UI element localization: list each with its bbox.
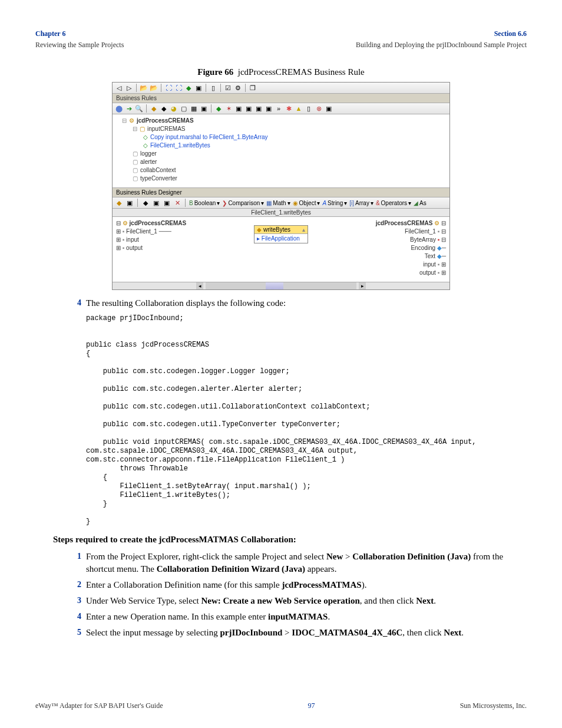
right-item-input[interactable]: input ▪ ⊞: [363, 261, 446, 269]
step-4: 4 Enter a new Operation name. In this ex…: [68, 611, 527, 623]
tool-b-icon[interactable]: ◆: [160, 104, 168, 113]
scroll-left-icon[interactable]: ◂: [196, 282, 203, 289]
rules-tree: ⊟⚙jcdProcessCREMAS ⊟▢inputCREMAS ◇Copy i…: [113, 114, 449, 188]
tool-k-icon[interactable]: ▣: [254, 104, 263, 113]
step-number: 4: [68, 611, 86, 623]
tool-a-icon[interactable]: ◆: [150, 104, 158, 113]
designer-canvas: ⊟ ⚙ jcdProcessCREMAS ⊞ ▪ FileClient_1 ──…: [113, 217, 449, 282]
tool-f-icon[interactable]: ▣: [200, 104, 208, 113]
boolean-menu[interactable]: BBoolean ▾: [189, 200, 220, 206]
string-menu[interactable]: AString ▾: [322, 200, 347, 206]
right-item-root[interactable]: jcdProcessCREMAS ⚙ ⊟: [363, 219, 446, 228]
open2-icon[interactable]: 📂: [150, 84, 158, 92]
comparison-menu[interactable]: ❯Comparison ▾: [222, 200, 264, 206]
delete-icon[interactable]: ✕: [173, 199, 181, 207]
method-node[interactable]: ◆writeBytes▴ ▸ FileApplication: [254, 225, 308, 243]
right-item-enc[interactable]: Encoding ◆─: [363, 244, 446, 252]
left-item-input[interactable]: ⊞ ▪ input: [116, 236, 199, 244]
expand-icon[interactable]: ⛶: [164, 84, 173, 92]
tool-d-icon[interactable]: ▢: [180, 104, 188, 113]
dt-c-icon[interactable]: ◆: [141, 199, 150, 207]
tool-p-icon[interactable]: ▯: [305, 104, 313, 113]
right-item-output[interactable]: output ▪ ⊞: [363, 269, 446, 277]
step-2: 2 Enter a Collaboration Definition name …: [68, 579, 527, 591]
tool-e-icon[interactable]: ▦: [190, 104, 198, 113]
tree-rule-copy[interactable]: ◇Copy input.marshal to FileClient_1.Byte…: [117, 133, 445, 141]
tool-m-icon[interactable]: »: [275, 104, 283, 113]
tool-n-icon[interactable]: ✱: [285, 104, 293, 113]
tree-typeconv[interactable]: ▢typeConverter: [117, 174, 445, 183]
object-menu[interactable]: ◉Object ▾: [293, 200, 320, 206]
left-item-output[interactable]: ⊞ ▪ output: [116, 244, 199, 252]
scroll-track[interactable]: [206, 282, 356, 289]
tool-l-icon[interactable]: ▣: [265, 104, 273, 113]
tool-g-icon[interactable]: ◆: [214, 104, 223, 113]
step-number: 1: [68, 551, 86, 575]
tool-c-icon[interactable]: ◕: [170, 104, 178, 113]
tree-logger[interactable]: ▢logger: [117, 150, 445, 158]
gear-icon[interactable]: ⚙: [234, 84, 242, 92]
tool-o-icon[interactable]: ▲: [295, 104, 303, 113]
scroll-thumb[interactable]: [266, 282, 283, 289]
figure-caption: Figure 66 jcdProcessCREMAS Business Rule: [35, 67, 527, 77]
block-icon[interactable]: ▣: [194, 84, 203, 92]
array-menu[interactable]: [i]Array ▾: [349, 200, 373, 206]
tree-alerter[interactable]: ▢alerter: [117, 158, 445, 166]
dt-a-icon[interactable]: ◆: [115, 199, 123, 207]
nav-back-icon[interactable]: ◁: [115, 84, 123, 92]
dt-d-icon[interactable]: ▣: [152, 199, 160, 207]
step-1: 1 From the Project Explorer, right-click…: [68, 551, 527, 575]
method-node-header: ◆writeBytes▴: [254, 226, 308, 234]
tool-i-icon[interactable]: ▣: [234, 104, 243, 113]
param-icon[interactable]: ⬤: [115, 104, 123, 113]
canvas-left-tree: ⊟ ⚙ jcdProcessCREMAS ⊞ ▪ FileClient_1 ──…: [113, 217, 202, 282]
diamond-icon[interactable]: ◆: [184, 84, 193, 92]
dt-b-icon[interactable]: ▣: [125, 199, 134, 207]
page-footer: eWay™ Adapter for SAP BAPI User's Guide …: [35, 701, 527, 710]
step-text: Enter a new Operation name. In this exam…: [86, 611, 527, 623]
figure-title: jcdProcessCREMAS Business Rule: [238, 67, 365, 77]
tool-h-icon[interactable]: ✶: [224, 104, 233, 113]
tree-method[interactable]: ⊟▢inputCREMAS: [117, 125, 445, 133]
tool-r-icon[interactable]: ▣: [325, 104, 333, 113]
doc-icon[interactable]: ▯: [209, 84, 217, 92]
collapse-icon[interactable]: ⛶: [174, 84, 183, 92]
horizontal-scrollbar[interactable]: ◂ ▸: [113, 282, 449, 289]
page-header-sub: Reviewing the Sample Projects Building a…: [35, 41, 527, 50]
check-icon[interactable]: ☑: [224, 84, 232, 92]
tree-collab[interactable]: ▢collabContext: [117, 166, 445, 174]
page-header: Chapter 6 Section 6.6: [35, 29, 527, 38]
step-number: 2: [68, 579, 86, 591]
right-item-fc[interactable]: FileClient_1 ▪ ⊟: [363, 228, 446, 236]
step-text: Under Web Service Type, select New: Crea…: [86, 595, 527, 607]
step-text: Select the input message by selecting pr…: [86, 627, 527, 639]
tool-j-icon[interactable]: ▣: [244, 104, 253, 113]
step-number: 3: [68, 595, 86, 607]
arrow-icon[interactable]: ➔: [125, 104, 133, 113]
canvas-title: FileClient_1.writeBytes: [113, 209, 449, 217]
footer-page-number: 97: [308, 701, 315, 710]
left-item-root[interactable]: ⊟ ⚙ jcdProcessCREMAS: [116, 219, 199, 228]
dt-e-icon[interactable]: ▣: [163, 199, 171, 207]
step-4-intro: 4 The resulting Collaboration displays t…: [68, 297, 527, 309]
open-icon[interactable]: 📂: [140, 84, 148, 92]
subheading: Steps required to create the jcdProcessM…: [53, 535, 527, 545]
page: Chapter 6 Section 6.6 Reviewing the Samp…: [0, 0, 562, 728]
search-icon[interactable]: 🔍: [135, 104, 143, 113]
tree-root[interactable]: ⊟⚙jcdProcessCREMAS: [117, 117, 445, 125]
left-item-fc[interactable]: ⊞ ▪ FileClient_1 ───: [116, 228, 199, 236]
method-node-body: ▸ FileApplication: [254, 234, 308, 243]
right-item-text[interactable]: Text ◆─: [363, 252, 446, 261]
designer-toolbar: ◆ ▣ ◆ ▣ ▣ ✕ BBoolean ▾ ❯Comparison ▾ ▦Ma…: [113, 197, 449, 209]
scroll-right-icon[interactable]: ▸: [359, 282, 366, 289]
math-menu[interactable]: ▦Math ▾: [266, 200, 290, 206]
step-number: 5: [68, 627, 86, 639]
nav-fwd-icon[interactable]: ▷: [125, 84, 133, 92]
operators-menu[interactable]: &Operators ▾: [376, 200, 411, 206]
tool-q-icon[interactable]: ⊗: [315, 104, 323, 113]
tree-rule-write[interactable]: ◇FileClient_1.writeBytes: [117, 141, 445, 150]
copy-icon[interactable]: ❐: [249, 84, 257, 92]
as-menu[interactable]: ◢As: [414, 200, 427, 206]
right-item-ba[interactable]: ByteArray ▪ ⊟: [363, 236, 446, 244]
section-subtitle: Building and Deploying the prjIDocInboun…: [356, 41, 527, 50]
